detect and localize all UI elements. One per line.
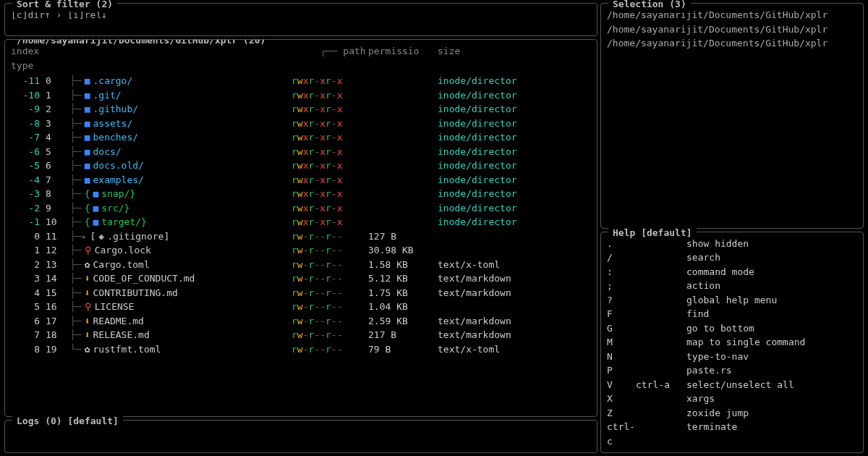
file-row[interactable]: -83├─ ■assets/rwxr-xr-xinode/director — [11, 117, 591, 131]
size: 2.59 KB — [368, 314, 433, 329]
permissions: rwxr-xr-x — [292, 159, 364, 173]
abs-index: 2 — [44, 102, 66, 117]
help-key: Z — [607, 406, 636, 421]
header-path: path — [343, 46, 365, 56]
file-row[interactable]: -65├─ ■docs/rwxr-xr-xinode/director — [11, 145, 591, 159]
file-row[interactable]: 112├─ ⚲Cargo.lockrw-r--r--30.98 KB — [11, 243, 591, 258]
header-type: type — [11, 59, 40, 73]
mime-type: text/markdown — [438, 328, 591, 342]
file-row[interactable]: 617├─ ⬇README.mdrw-r--r--2.59 KBtext/mar… — [11, 314, 591, 329]
size — [368, 74, 433, 88]
rel-index: -7 — [11, 130, 40, 145]
file-row[interactable]: 516├─ ⚲LICENSErw-r--r--1.04 KB — [11, 300, 591, 314]
help-desc: zoxide jump — [686, 406, 857, 421]
path-cell: ├─ ■.github/ — [70, 102, 287, 117]
folder-icon: ■ — [85, 88, 90, 103]
help-row: ?global help menu — [607, 293, 857, 308]
path-cell: ├─ ■examples/ — [70, 173, 287, 187]
help-row: Ntype-to-nav — [607, 350, 857, 364]
permissions: rwxr-xr-x — [292, 173, 364, 187]
file-row[interactable]: -110├─ {■target/}rwxr-xr-xinode/director — [11, 215, 591, 229]
help-mod — [636, 350, 686, 364]
help-desc: paste.rs — [686, 363, 857, 378]
size: 1.75 KB — [368, 286, 433, 300]
help-key: M — [607, 335, 636, 350]
permissions: rw-r--r-- — [292, 328, 364, 342]
help-row: Vctrl-aselect/unselect all — [607, 378, 857, 392]
help-desc: show hidden — [686, 237, 857, 251]
file-row[interactable]: 819└─ ✿rustfmt.tomlrw-r--r--79 Btext/x-t… — [11, 342, 591, 357]
size — [368, 130, 433, 145]
folder-icon: ■ — [85, 74, 90, 88]
path-cell: ├─ {■snap/} — [70, 187, 287, 201]
size — [368, 117, 433, 131]
file-row[interactable]: -38├─ {■snap/}rwxr-xr-xinode/director — [11, 187, 591, 201]
size — [368, 173, 433, 187]
file-row[interactable]: -29├─ {■src/}rwxr-xr-xinode/director — [11, 201, 591, 216]
file-row[interactable]: -47├─ ■examples/rwxr-xr-xinode/director — [11, 173, 591, 187]
file-row[interactable]: 213├─ ✿Cargo.tomlrw-r--r--1.58 KBtext/x-… — [11, 258, 591, 272]
permissions: rwxr-xr-x — [292, 74, 364, 88]
size: 1.04 KB — [368, 300, 433, 314]
sort-filter-title: Sort & filter (2) — [12, 0, 117, 12]
path-cell: ├─ ■benches/ — [70, 130, 287, 145]
file-row[interactable]: -56├─ ■docs.old/rwxr-xr-xinode/director — [11, 159, 591, 173]
mime-type — [438, 243, 591, 258]
file-row[interactable]: 011├─▸ [◈.gitignore]rw-r--r--127 B — [11, 229, 591, 244]
mime-type: inode/director — [438, 117, 591, 131]
mime-type: text/markdown — [438, 271, 591, 286]
file-row[interactable]: -101├─ ■.git/rwxr-xr-xinode/director — [11, 88, 591, 103]
file-row[interactable]: -110├─ ■.cargo/rwxr-xr-xinode/director — [11, 74, 591, 88]
help-key: G — [607, 321, 636, 336]
folder-icon: ■ — [93, 201, 98, 216]
permissions: rwxr-xr-x — [292, 215, 364, 229]
size — [368, 215, 433, 229]
help-desc: map to single command — [686, 335, 857, 350]
rel-index: -9 — [11, 102, 40, 117]
file-row[interactable]: 415├─ ⬇CONTRIBUTING.mdrw-r--r--1.75 KBte… — [11, 286, 591, 300]
help-row: Zzoxide jump — [607, 406, 857, 421]
mime-type: text/x-toml — [438, 342, 591, 357]
path-cell: ├─ ■docs.old/ — [70, 159, 287, 173]
size — [368, 201, 433, 216]
file-row[interactable]: 718├─ ⬇RELEASE.mdrw-r--r--217 Btext/mark… — [11, 328, 591, 342]
rel-index: -3 — [11, 187, 40, 201]
size: 1.58 KB — [368, 258, 433, 272]
folder-icon: ■ — [85, 173, 90, 187]
help-desc: xargs — [686, 392, 857, 406]
rel-index: -10 — [11, 88, 40, 103]
size — [368, 102, 433, 117]
abs-index: 3 — [44, 117, 66, 131]
selection-item[interactable]: /home/sayanarijit/Documents/GitHub/xplr — [607, 22, 857, 37]
path-cell: ├─ ■.git/ — [70, 88, 287, 103]
help-desc: find — [686, 307, 857, 321]
file-row[interactable]: -92├─ ■.github/rwxr-xr-xinode/director — [11, 102, 591, 117]
rel-index: -1 — [11, 215, 40, 229]
file-row[interactable]: 314├─ ⬇CODE_OF_CONDUCT.mdrw-r--r--5.12 K… — [11, 271, 591, 286]
permissions: rw-r--r-- — [292, 271, 364, 286]
size — [368, 145, 433, 159]
rel-index: -5 — [11, 159, 40, 173]
selection-item[interactable]: /home/sayanarijit/Documents/GitHub/xplr — [607, 36, 857, 51]
selection-title: Selection (3) — [608, 0, 691, 12]
abs-index: 12 — [44, 243, 66, 258]
folder-icon: ■ — [93, 187, 98, 201]
permissions: rw-r--r-- — [292, 342, 364, 357]
help-mod — [636, 293, 686, 308]
help-desc: type-to-nav — [686, 350, 857, 364]
help-mod — [636, 279, 686, 293]
path-cell: ├─ {■target/} — [70, 215, 287, 229]
file-list[interactable]: -110├─ ■.cargo/rwxr-xr-xinode/director-1… — [11, 74, 591, 356]
rel-index: 6 — [11, 314, 40, 329]
folder-icon: ■ — [85, 117, 90, 131]
markdown-icon: ⬇ — [85, 328, 90, 342]
file-row[interactable]: -74├─ ■benches/rwxr-xr-xinode/director — [11, 130, 591, 145]
path-cell: ├─ ⬇CODE_OF_CONDUCT.md — [70, 271, 287, 286]
help-mod — [636, 321, 686, 336]
mime-type: inode/director — [438, 215, 591, 229]
help-key: F — [607, 307, 636, 321]
gear-icon: ✿ — [85, 258, 90, 272]
abs-index: 10 — [44, 215, 66, 229]
rel-index: -2 — [11, 201, 40, 216]
permissions: rw-r--r-- — [292, 229, 364, 244]
